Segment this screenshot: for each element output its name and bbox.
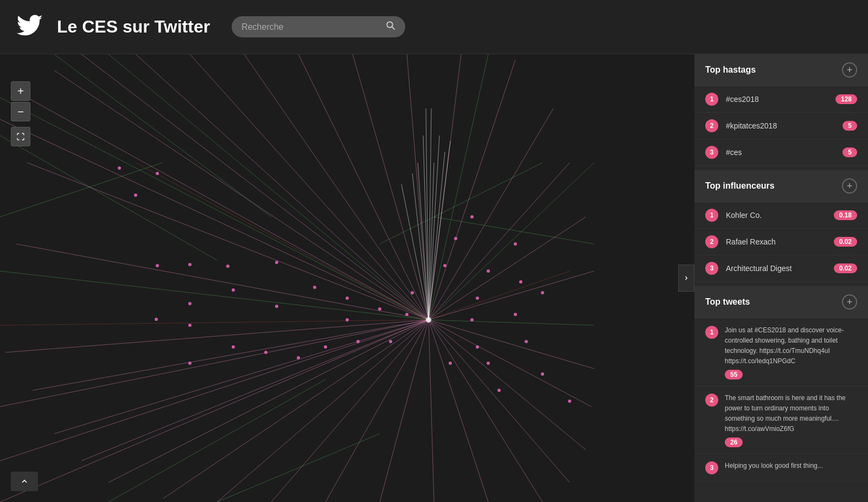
tweet-item-3: 3 Helping you look good first thing...	[694, 454, 868, 481]
svg-line-4	[16, 244, 429, 320]
top-influenceurs-header: Top influenceurs +	[694, 170, 868, 202]
svg-line-63	[136, 163, 429, 320]
svg-point-0	[387, 22, 393, 28]
svg-point-97	[470, 215, 474, 218]
svg-point-86	[389, 340, 392, 343]
hashtag-count-2: 5	[843, 121, 857, 131]
search-icon	[386, 21, 395, 30]
svg-point-72	[275, 305, 278, 308]
search-input[interactable]	[241, 22, 381, 32]
top-hashtags-header: Top hastags +	[694, 54, 868, 86]
svg-point-100	[541, 291, 544, 294]
svg-line-42	[0, 271, 429, 320]
svg-point-103	[568, 400, 571, 403]
toggle-panel-button[interactable]	[678, 265, 694, 292]
svg-point-67	[156, 264, 159, 267]
svg-line-6	[33, 320, 429, 390]
zoom-out-button[interactable]: −	[11, 102, 30, 121]
svg-line-57	[423, 136, 429, 320]
hashtags-add-button[interactable]: +	[842, 62, 857, 78]
svg-line-30	[298, 54, 429, 320]
svg-line-11	[217, 320, 429, 502]
svg-line-15	[429, 320, 434, 502]
svg-line-5	[5, 320, 429, 352]
search-container	[232, 16, 405, 37]
svg-point-82	[264, 351, 267, 354]
search-button[interactable]	[381, 21, 395, 33]
svg-line-13	[326, 320, 429, 502]
svg-line-60	[412, 173, 429, 320]
svg-point-102	[541, 372, 544, 376]
header: Le CES sur Twitter	[0, 0, 868, 54]
svg-line-50	[217, 434, 380, 502]
top-hashtags-title: Top hastags	[705, 65, 756, 75]
svg-point-79	[411, 291, 414, 294]
svg-line-44	[429, 320, 594, 325]
influencer-rank-3: 3	[705, 262, 718, 275]
svg-line-22	[429, 271, 594, 320]
hashtag-count-1: 128	[835, 94, 857, 104]
expand-button[interactable]	[11, 127, 30, 146]
top-tweets-header: Top tweets +	[694, 286, 868, 318]
svg-line-61	[401, 184, 429, 320]
svg-line-41	[108, 54, 429, 320]
twitter-logo-icon	[16, 15, 46, 39]
svg-point-105	[156, 172, 159, 175]
svg-point-107	[118, 166, 121, 170]
chevron-up-icon	[20, 477, 29, 486]
svg-line-21	[429, 320, 594, 369]
tweets-add-button[interactable]: +	[842, 294, 857, 310]
scroll-up-button[interactable]	[11, 472, 38, 491]
svg-point-91	[519, 280, 522, 284]
chevron-right-icon	[683, 273, 690, 284]
svg-line-34	[81, 54, 429, 320]
tweet-text-1: Join us at #CES2018 and discover voice-c…	[725, 326, 844, 365]
tweet-rank-1: 1	[705, 326, 718, 339]
svg-line-55	[429, 108, 431, 320]
tweet-rank-2: 2	[705, 394, 718, 407]
svg-point-78	[405, 313, 409, 316]
svg-point-76	[346, 318, 349, 321]
svg-line-18	[429, 320, 570, 482]
svg-point-104	[497, 389, 501, 392]
svg-point-70	[188, 324, 192, 327]
svg-point-88	[470, 318, 474, 321]
influencer-label-1: Kohler Co.	[726, 211, 826, 220]
hashtag-rank-1: 1	[705, 93, 718, 106]
zoom-in-button[interactable]: +	[11, 81, 30, 101]
svg-point-73	[275, 261, 278, 264]
svg-point-77	[378, 307, 381, 311]
svg-point-87	[188, 302, 192, 305]
influencer-count-1: 0.18	[834, 210, 857, 220]
tweet-text-3: Helping you look good first thing...	[725, 462, 823, 469]
hashtag-label-2: #kpitatces2018	[726, 121, 835, 130]
svg-line-9	[108, 320, 429, 482]
svg-line-32	[190, 54, 429, 320]
svg-point-101	[525, 340, 528, 343]
svg-point-106	[134, 194, 137, 197]
svg-point-98	[487, 269, 490, 273]
svg-line-28	[407, 54, 429, 320]
svg-line-7	[54, 320, 429, 434]
hashtag-rank-3: 3	[705, 146, 718, 159]
influenceurs-add-button[interactable]: +	[842, 178, 857, 194]
hashtag-label-3: #ces	[726, 148, 835, 157]
svg-point-75	[346, 297, 349, 300]
influencer-item-2: 2 Rafael Rexach 0.02	[694, 229, 868, 255]
svg-point-94	[487, 362, 490, 365]
influencer-label-3: Architectural Digest	[726, 264, 826, 273]
svg-line-46	[0, 136, 217, 260]
svg-line-49	[108, 379, 326, 502]
svg-point-68	[226, 265, 229, 268]
hashtag-item-1: 1 #ces2018 128	[694, 86, 868, 113]
tweet-item-1: 1 Join us at #CES2018 and discover voice…	[694, 318, 868, 386]
svg-point-83	[297, 356, 300, 359]
svg-line-17	[429, 320, 542, 502]
svg-point-69	[155, 318, 158, 321]
expand-icon	[16, 132, 25, 141]
svg-line-65	[429, 271, 570, 320]
graph-area[interactable]: + −	[0, 54, 694, 502]
tweet-count-2: 26	[725, 437, 743, 447]
svg-line-19	[429, 320, 586, 450]
svg-line-16	[429, 320, 488, 502]
